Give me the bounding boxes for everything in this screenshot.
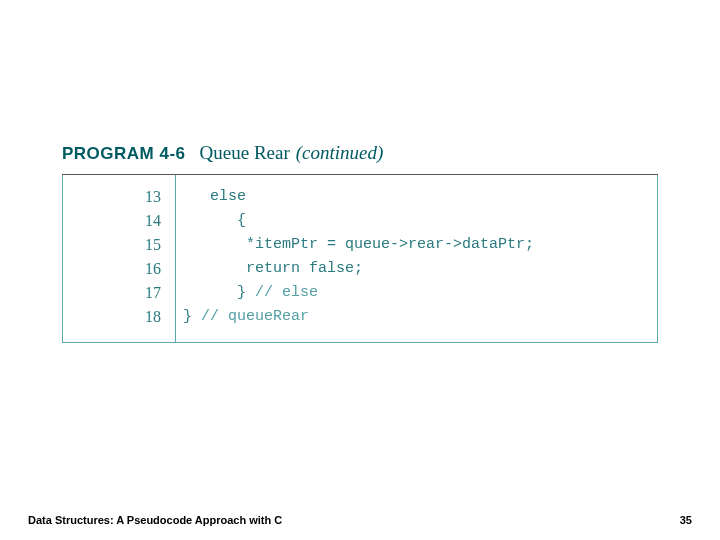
program-title: Queue Rear (200, 142, 290, 164)
program-heading: PROGRAM 4-6 Queue Rear (continued) (62, 142, 383, 164)
program-number: PROGRAM 4-6 (62, 144, 186, 164)
code-text: else (210, 188, 246, 205)
code-line: *itemPtr = queue->rear->dataPtr; (183, 233, 649, 257)
gutter-separator (175, 175, 176, 342)
code-line: } // else (183, 281, 649, 305)
code-body: else { *itemPtr = queue->rear->dataPtr; … (183, 185, 649, 329)
code-line: else (183, 185, 649, 209)
page-number: 35 (680, 514, 692, 526)
code-indent (183, 212, 237, 229)
code-listing-box: 13 14 15 16 17 18 else { *itemPtr = queu… (62, 175, 658, 343)
code-line: } // queueRear (183, 305, 649, 329)
line-number: 16 (63, 257, 175, 281)
code-text: return false; (246, 260, 363, 277)
line-number: 18 (63, 305, 175, 329)
code-text: *itemPtr = queue->rear->dataPtr; (246, 236, 534, 253)
line-number: 15 (63, 233, 175, 257)
code-line: { (183, 209, 649, 233)
footer-book-title: Data Structures: A Pseudocode Approach w… (28, 514, 282, 526)
code-indent (183, 260, 246, 277)
code-line: return false; (183, 257, 649, 281)
line-number: 14 (63, 209, 175, 233)
line-number-gutter: 13 14 15 16 17 18 (63, 175, 175, 342)
code-comment: // queueRear (201, 308, 309, 325)
code-text: { (237, 212, 246, 229)
code-text: } (237, 284, 255, 301)
code-text: } (183, 308, 201, 325)
line-number: 13 (63, 185, 175, 209)
code-indent (183, 188, 210, 205)
code-indent (183, 284, 237, 301)
line-number: 17 (63, 281, 175, 305)
code-indent (183, 236, 246, 253)
code-comment: // else (255, 284, 318, 301)
continued-label: (continued) (296, 142, 384, 164)
